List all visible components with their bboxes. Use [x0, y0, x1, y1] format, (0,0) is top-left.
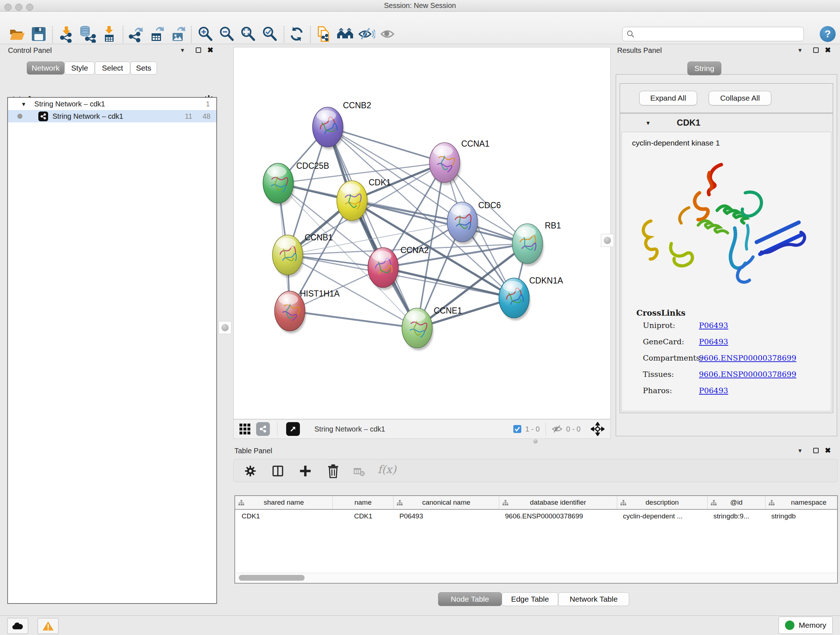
network-node-ccnb2[interactable]: [313, 107, 344, 149]
network-canvas[interactable]: CCNB2CCNA1CDC25BCDK1CDC6RB1CCNB1CCNA2CDK…: [233, 47, 611, 419]
show-columns-icon[interactable]: [271, 464, 284, 478]
table-row[interactable]: CDK1CDK1P064939606.ENSP00000378699cyclin…: [235, 510, 837, 523]
network-edge[interactable]: [328, 127, 445, 163]
network-collection-row[interactable]: ▼ String Network – cdk1 1: [8, 98, 216, 110]
network-edge[interactable]: [383, 268, 514, 298]
network-node-ccna1[interactable]: [429, 143, 461, 185]
network-node-ccnb1[interactable]: [272, 235, 304, 277]
network-row-selected[interactable]: String Network – cdk1 11 48: [8, 110, 216, 122]
select-first-neighbors-icon[interactable]: [336, 25, 354, 43]
cell--id[interactable]: stringdb:9...: [707, 510, 766, 523]
float-panel-icon[interactable]: [813, 48, 819, 53]
export-network-icon[interactable]: [127, 25, 144, 43]
panel-splitter-handle[interactable]: [218, 321, 232, 334]
network-node-cdc6[interactable]: [447, 202, 478, 244]
column-header-canonical-name[interactable]: canonical name: [393, 496, 499, 509]
tab-node-table[interactable]: Node Table: [438, 592, 502, 606]
cloud-status-button[interactable]: [7, 618, 28, 634]
tree-collapse-icon[interactable]: ▼: [21, 101, 27, 107]
float-panel-icon[interactable]: [196, 48, 201, 53]
column-header-shared-name[interactable]: shared name: [235, 496, 333, 509]
network-node-ccna2[interactable]: [368, 248, 399, 290]
column-label: database identifier: [530, 499, 586, 507]
tab-network-table[interactable]: Network Table: [558, 592, 629, 606]
delete-table-icon: [353, 467, 365, 477]
network-node-rb1[interactable]: [512, 224, 544, 266]
cell-database-identifier[interactable]: 9606.ENSP00000378699: [499, 510, 617, 523]
column-header--id[interactable]: @id: [707, 496, 766, 509]
cell-canonical-name[interactable]: P06493: [393, 510, 499, 523]
cell-namespace[interactable]: stringdb: [766, 510, 840, 523]
export-table-icon[interactable]: [148, 25, 165, 43]
import-table-icon[interactable]: [100, 25, 118, 43]
float-panel-icon[interactable]: [813, 448, 819, 453]
help-icon[interactable]: ?: [820, 26, 836, 42]
zoom-out-icon[interactable]: [218, 25, 235, 43]
tab-network[interactable]: Network: [27, 62, 65, 74]
close-panel-icon[interactable]: ✖: [207, 46, 213, 54]
hide-selected-icon[interactable]: [358, 25, 375, 43]
network-node-cdk1[interactable]: [337, 181, 368, 223]
network-node-cdkn1a[interactable]: [499, 278, 531, 320]
tab-select[interactable]: Select: [95, 62, 130, 74]
export-image-icon[interactable]: [169, 25, 187, 43]
panel-menu-icon[interactable]: ▼: [797, 47, 803, 53]
cell-name[interactable]: CDK1: [333, 510, 393, 523]
panel-menu-icon[interactable]: ▼: [180, 47, 185, 53]
network-edge[interactable]: [290, 311, 417, 328]
tab-sets[interactable]: Sets: [130, 62, 157, 74]
expand-all-button[interactable]: Expand All: [639, 91, 697, 105]
window-title: Session: New Session: [0, 2, 840, 10]
column-header-database-identifier[interactable]: database identifier: [499, 496, 617, 509]
column-header-description[interactable]: description: [617, 496, 707, 509]
crosslink-link[interactable]: P06493: [699, 321, 728, 330]
selected-checkbox-icon[interactable]: [513, 424, 522, 433]
gene-section-header[interactable]: ▼ CDK1: [620, 114, 833, 132]
tab-edge-table[interactable]: Edge Table: [502, 592, 558, 606]
grid-mode-icon[interactable]: [239, 423, 251, 435]
import-network-from-database-icon[interactable]: [79, 25, 96, 43]
crosslink-link[interactable]: P06493: [699, 386, 728, 395]
cell-description[interactable]: cyclin-dependent ...: [617, 510, 707, 523]
panel-menu-icon[interactable]: ▼: [797, 448, 803, 454]
warnings-button[interactable]: [38, 618, 58, 634]
cell-shared-name[interactable]: CDK1: [235, 510, 333, 523]
birds-eye-view-icon[interactable]: [286, 422, 300, 436]
tab-style[interactable]: Style: [65, 62, 95, 74]
crosslink-link[interactable]: 9606.ENSP00000378699: [699, 354, 796, 363]
show-all-icon[interactable]: [379, 25, 397, 43]
duplicate-network-icon[interactable]: [315, 25, 332, 43]
table-options-gear-icon[interactable]: [244, 464, 257, 478]
horizontal-splitter[interactable]: [227, 439, 840, 443]
network-node-ccne1[interactable]: [402, 308, 433, 350]
delete-column-icon[interactable]: [326, 464, 340, 478]
zoom-selected-icon[interactable]: [261, 25, 279, 43]
network-edge[interactable]: [352, 201, 527, 244]
open-file-icon[interactable]: [8, 25, 26, 43]
hscrollbar-thumb[interactable]: [239, 575, 305, 581]
node-label-ccnb1: CCNB1: [305, 233, 333, 242]
table-hscrollbar[interactable]: [236, 573, 836, 582]
zoom-in-icon[interactable]: [197, 25, 214, 43]
search-input[interactable]: [635, 30, 794, 38]
network-view-mode-icon[interactable]: [256, 422, 270, 436]
save-session-icon[interactable]: [30, 25, 47, 43]
section-collapse-icon[interactable]: ▼: [645, 120, 651, 126]
network-edge[interactable]: [328, 127, 417, 328]
collapse-all-button[interactable]: Collapse All: [709, 91, 771, 105]
function-builder-icon: f(x): [378, 463, 396, 476]
column-header-name[interactable]: name: [333, 496, 393, 509]
tab-string[interactable]: String: [687, 62, 722, 75]
crosslink-link[interactable]: P06493: [699, 337, 728, 346]
memory-button[interactable]: Memory: [778, 616, 833, 634]
pan-navigate-icon[interactable]: [591, 422, 605, 436]
crosslink-link[interactable]: 9606.ENSP00000378699: [699, 370, 796, 379]
close-panel-icon[interactable]: ✖: [825, 446, 831, 455]
zoom-fit-icon[interactable]: [240, 25, 257, 43]
search-icon: [626, 30, 635, 38]
import-network-from-file-icon[interactable]: [57, 25, 75, 43]
close-panel-icon[interactable]: ✖: [825, 46, 831, 54]
column-header-namespace[interactable]: namespace: [766, 496, 840, 509]
apply-layout-icon[interactable]: [288, 25, 305, 43]
create-column-icon[interactable]: [299, 464, 312, 478]
